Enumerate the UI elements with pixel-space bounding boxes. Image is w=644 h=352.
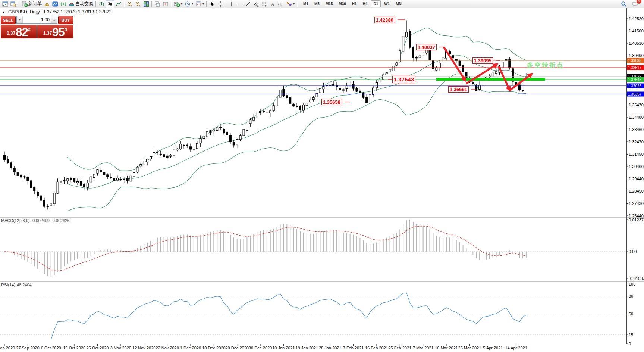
svg-text:1.30460: 1.30460 xyxy=(629,164,644,169)
vline-icon[interactable] xyxy=(227,0,236,8)
toolbar-divider xyxy=(206,1,207,7)
chat-icon[interactable]: 1 xyxy=(631,0,639,8)
price-callout-1.37543[interactable]: 1.37543 xyxy=(392,76,415,83)
trendline-icon[interactable] xyxy=(244,0,252,8)
shapes-icon[interactable]: ▾ xyxy=(285,0,296,8)
price-callout-1.42380[interactable]: 1.42380 xyxy=(374,17,395,23)
svg-text:16 Mar 2021: 16 Mar 2021 xyxy=(435,346,458,350)
track-icon[interactable] xyxy=(161,0,170,8)
bars-chart-icon[interactable] xyxy=(97,0,106,8)
timeframe-M1[interactable]: M1 xyxy=(301,0,311,7)
chart-window-icon[interactable] xyxy=(1,0,9,8)
clock-icon[interactable]: ▾ xyxy=(183,0,194,8)
template-icon[interactable]: ▾ xyxy=(194,0,205,8)
gold-icon xyxy=(44,1,50,7)
notification-badge: 1 xyxy=(636,0,642,4)
svg-text:20 Dec 2020: 20 Dec 2020 xyxy=(226,346,249,350)
tile-windows-icon[interactable] xyxy=(142,0,150,8)
chart-canvas[interactable]: 1.390951.385171.378221.375431.370261.363… xyxy=(0,0,644,352)
new-order-label: 新订单 xyxy=(28,1,42,7)
cursor-icon xyxy=(209,1,215,7)
one-click-trade-panel: ▾ SELL ▾ ▴ BUY 1.37 82 2 1.37 95 4 xyxy=(1,13,73,38)
svg-text:E: E xyxy=(257,4,259,7)
shapes-icon xyxy=(286,1,292,7)
chart-blue-icon[interactable] xyxy=(51,0,59,8)
sell-price-display[interactable]: 1.37 82 2 xyxy=(1,25,37,38)
line-chart-icon[interactable] xyxy=(114,0,123,8)
toolbar-right-group: 1 xyxy=(620,0,643,8)
arrange-icon[interactable] xyxy=(153,0,161,8)
support-bar-annotation[interactable] xyxy=(436,78,545,81)
vline-icon xyxy=(229,1,235,7)
zoom-in-icon[interactable] xyxy=(126,0,134,8)
pivot-text-annotation[interactable]: 多空转折点 xyxy=(527,61,564,69)
sell-button[interactable]: SELL xyxy=(1,16,16,24)
volume-decrement-button[interactable]: ▾ xyxy=(17,16,23,23)
volume-increment-button[interactable]: ▴ xyxy=(51,16,57,23)
svg-text:0.00: 0.00 xyxy=(629,249,637,254)
timeframe-H4[interactable]: H4 xyxy=(360,0,370,7)
svg-text:27 Sep 2020: 27 Sep 2020 xyxy=(16,346,39,350)
svg-text:-0.010374: -0.010374 xyxy=(629,276,644,281)
svg-text:28 Jan 2021: 28 Jan 2021 xyxy=(319,346,342,350)
buy-price-base: 1.37 xyxy=(43,31,52,36)
svg-text:19 Jan 2021: 19 Jan 2021 xyxy=(296,346,318,350)
svg-text:1 Dec 2020: 1 Dec 2020 xyxy=(180,346,201,350)
toolbar-divider xyxy=(171,1,172,7)
macd-name: MACD(12,26,9) xyxy=(1,218,29,223)
svg-text:5 Apr 2021: 5 Apr 2021 xyxy=(483,346,503,350)
price-callout-1.36661[interactable]: 1.36661 xyxy=(448,86,469,93)
new-order-icon xyxy=(22,1,28,7)
price-callout-1.35658[interactable]: 1.35658 xyxy=(321,99,342,105)
fibonacci-icon[interactable]: F xyxy=(260,0,268,8)
svg-text:A: A xyxy=(271,1,275,7)
crosshair-icon[interactable] xyxy=(216,0,224,8)
signal-icon xyxy=(60,1,66,7)
svg-text:1.40510: 1.40510 xyxy=(629,41,644,46)
toolbar-divider xyxy=(124,1,125,7)
timeframe-M15[interactable]: M15 xyxy=(323,0,335,7)
timeframe-MN[interactable]: MN xyxy=(393,0,404,7)
candles-chart-icon[interactable] xyxy=(106,0,114,8)
buy-price-pip: 4 xyxy=(65,27,67,32)
svg-text:25 Oct 2020: 25 Oct 2020 xyxy=(87,346,109,350)
cursor-icon[interactable] xyxy=(208,0,216,8)
toolbar-divider xyxy=(226,1,226,7)
trade-panel-collapse[interactable]: ▾ xyxy=(1,13,73,16)
data-window-icon[interactable] xyxy=(9,0,18,8)
buy-button[interactable]: BUY xyxy=(58,16,73,24)
hline-icon[interactable] xyxy=(236,0,244,8)
svg-text:7 Feb 2021: 7 Feb 2021 xyxy=(343,346,364,350)
price-callout-1.39095[interactable]: 1.39095 xyxy=(472,57,493,64)
autotrade-button[interactable]: 自动交易 xyxy=(67,0,94,8)
new-order-button[interactable]: 新订单 xyxy=(21,0,43,8)
gold-icon[interactable] xyxy=(43,0,51,8)
add-chart-icon[interactable]: ▾ xyxy=(173,0,183,8)
buy-price-display[interactable]: 1.37 95 4 xyxy=(37,25,73,38)
macd-signal-value: -0.002626 xyxy=(51,218,70,223)
svg-text:0.012372: 0.012372 xyxy=(629,218,644,222)
timeframe-M5[interactable]: M5 xyxy=(312,0,322,7)
svg-text:1.29440: 1.29440 xyxy=(629,177,644,181)
svg-text:10 Jan 2021: 10 Jan 2021 xyxy=(272,346,295,350)
data-window-icon xyxy=(10,1,16,7)
timeframe-W1[interactable]: W1 xyxy=(381,0,392,7)
svg-text:0: 0 xyxy=(629,342,631,346)
volume-stepper: ▾ ▴ xyxy=(16,16,57,24)
channel-icon[interactable]: E xyxy=(252,0,260,8)
text-a-icon[interactable]: A xyxy=(268,0,277,8)
search-icon[interactable] xyxy=(620,0,628,8)
bars-chart-icon xyxy=(98,1,104,7)
timeframe-M30[interactable]: M30 xyxy=(336,0,348,7)
volume-input[interactable] xyxy=(23,16,51,23)
channel-icon: E xyxy=(253,1,259,7)
zoom-out-icon[interactable] xyxy=(134,0,142,8)
autotrade-label: 自动交易 xyxy=(75,1,93,7)
text-label-icon[interactable]: T xyxy=(277,0,285,8)
svg-text:30 Dec 2020: 30 Dec 2020 xyxy=(249,346,272,350)
timeframe-H1[interactable]: H1 xyxy=(349,0,359,7)
timeframe-D1[interactable]: D1 xyxy=(371,0,381,7)
signal-icon[interactable] xyxy=(59,0,67,8)
price-callout-1.40037[interactable]: 1.40037 xyxy=(416,44,437,50)
autotrade-icon xyxy=(69,1,75,7)
